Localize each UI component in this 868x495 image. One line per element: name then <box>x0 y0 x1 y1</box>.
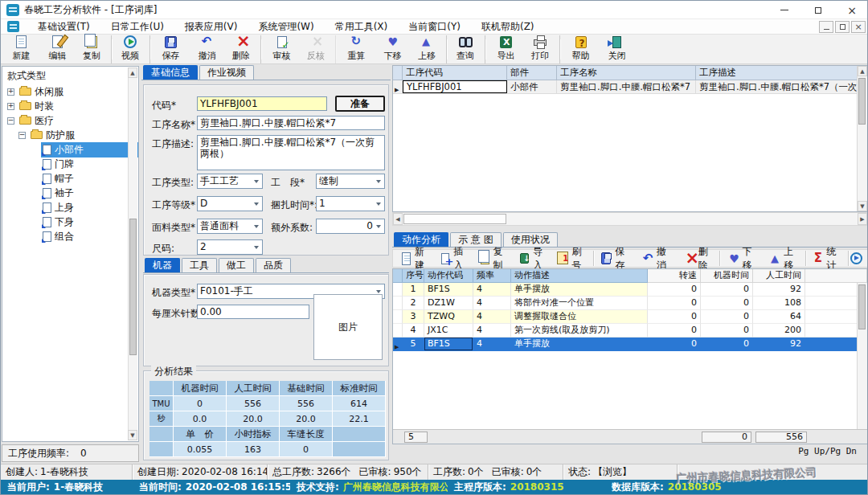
action-table-scrollbar[interactable] <box>857 283 867 431</box>
fabric-type-select[interactable]: 普通面料 <box>197 219 263 234</box>
action-toolbar-button[interactable]: 保存 <box>596 251 637 266</box>
toolbar-button[interactable]: 重算 <box>338 35 375 63</box>
col-header-seq[interactable]: 序号 <box>403 269 424 283</box>
mdi-restore-button[interactable] <box>835 21 850 33</box>
part-cell[interactable]: 小部件 <box>507 80 557 93</box>
process-table-hscrollbar[interactable]: ◀ ▶ <box>392 212 868 226</box>
tree-item[interactable]: 医疗 <box>2 113 138 128</box>
col-header-process-desc[interactable]: 工序描述 <box>696 66 867 80</box>
tree-item[interactable]: 门牌 <box>2 157 138 171</box>
action-toolbar-button[interactable]: 下移 <box>722 251 764 266</box>
toolbar-button[interactable]: 关闭 <box>599 35 635 63</box>
tree-item[interactable]: 防护服 <box>2 128 138 142</box>
action-toolbar-button[interactable]: 新建 <box>396 251 436 266</box>
bundle-time-select[interactable]: 1 <box>316 196 385 211</box>
detail-tab[interactable]: 基础信息 <box>143 65 198 80</box>
toolbar-button[interactable]: 反核 <box>300 35 336 63</box>
scroll-thumb[interactable] <box>858 78 866 125</box>
process-desc-input[interactable]: 剪里袖口.脚口.中腰.帽口松紧*7（一次剪两根） <box>197 135 385 170</box>
menu-item[interactable]: 系统管理(W) <box>248 19 324 35</box>
toolbar-button[interactable]: 新建 <box>3 35 39 63</box>
restore-button[interactable] <box>801 1 835 19</box>
tree-item[interactable]: 袖子 <box>2 186 138 200</box>
machine-sub-tab[interactable]: 机器 <box>145 258 180 272</box>
tree-scroll-thumb[interactable] <box>129 219 137 355</box>
size-select[interactable]: 2 <box>197 239 263 255</box>
scroll-up-icon[interactable]: ▲ <box>858 66 867 76</box>
action-toolbar-button[interactable]: 插入 <box>436 251 474 266</box>
ready-button[interactable]: 准备 <box>335 96 385 112</box>
action-toolbar-button[interactable]: 删除 <box>678 251 720 266</box>
picture-placeholder[interactable]: 图片 <box>313 294 383 360</box>
scroll-left-icon[interactable]: ◀ <box>393 213 403 225</box>
col-header-part[interactable]: 部件 <box>507 66 557 80</box>
mdi-close-button[interactable]: × <box>851 21 866 33</box>
toolbar-button[interactable]: 帮助 <box>563 35 599 63</box>
toolbar-button[interactable]: 打印 <box>524 35 560 63</box>
action-toolbar-button[interactable]: 刷号 <box>554 251 593 266</box>
col-header-process-name[interactable]: 工序名称 <box>557 66 696 80</box>
machine-sub-tab[interactable]: 品质 <box>256 258 291 272</box>
action-table-row[interactable]: 4 JX1C 4 第一次剪线(取及放剪刀) 0 0 200 <box>393 324 867 338</box>
process-name-cell[interactable]: 剪里袖口.脚口.中腰.帽口松紧*7 <box>557 80 696 93</box>
extra-factor-select[interactable]: 0 <box>316 219 385 234</box>
process-table-row[interactable]: YLFHFBJ001 小部件 剪里袖口.脚口.中腰.帽口松紧*7 剪里袖口.脚口… <box>393 80 867 94</box>
action-tab[interactable]: 使用状况 <box>503 232 558 247</box>
toolbar-button[interactable]: 删除 <box>225 35 261 63</box>
toolbar-button[interactable]: 保存 <box>153 35 189 63</box>
col-header-speed[interactable]: 转速 <box>648 269 701 283</box>
action-table-row[interactable]: 1 BF1S 4 单手摆放 0 0 92 <box>393 283 867 297</box>
play-video-button[interactable] <box>850 252 862 264</box>
tree-item[interactable]: 上身 <box>2 200 138 215</box>
tree-expander-icon[interactable] <box>7 117 14 125</box>
process-code-cell[interactable]: YLFHFBJ001 <box>403 80 507 93</box>
minimize-button[interactable] <box>768 1 801 19</box>
detail-tab[interactable]: 作业视频 <box>199 65 254 80</box>
col-header-process-code[interactable]: 工序代码 <box>403 66 507 80</box>
action-table-row[interactable]: 3 TZWQ 4 调整握取缝合位 0 0 64 <box>393 310 867 324</box>
tree-expander-icon[interactable] <box>7 103 14 110</box>
col-header-action-code[interactable]: 动作代码 <box>424 269 473 283</box>
toolbar-button[interactable]: 查询 <box>449 35 485 63</box>
toolbar-button[interactable]: 视频 <box>114 35 150 63</box>
action-table-row[interactable]: 5 BF1S 4 单手摆放 0 0 92 <box>393 338 867 351</box>
col-header-machine-time[interactable]: 机器时间 <box>701 269 753 283</box>
toolbar-button[interactable]: 上移 <box>411 35 447 63</box>
action-toolbar-button[interactable]: 导入 <box>514 251 554 266</box>
scroll-down-icon[interactable]: ▼ <box>858 201 867 211</box>
col-header-frequency[interactable]: 频率 <box>473 269 511 283</box>
menu-item[interactable]: 联机帮助(Z) <box>471 19 545 35</box>
process-name-input[interactable]: 剪里袖口.脚口.中腰.帽口松紧*7 <box>197 116 385 130</box>
menu-item[interactable]: 基础设置(T) <box>27 19 100 35</box>
tree-item[interactable]: 时装 <box>2 99 138 113</box>
machine-sub-tab[interactable]: 工具 <box>182 258 217 272</box>
toolbar-button[interactable]: 编辑 <box>39 35 76 63</box>
col-header-human-time[interactable]: 人工时间 <box>753 269 805 283</box>
menu-item[interactable]: 日常工作(U) <box>100 19 174 35</box>
scroll-thumb[interactable] <box>858 284 866 329</box>
action-toolbar-button[interactable]: 撤消 <box>637 251 678 266</box>
toolbar-button[interactable]: 撤消 <box>189 35 225 63</box>
machine-sub-tab[interactable]: 做工 <box>219 258 254 272</box>
stitch-density-input[interactable]: 0.00 <box>197 305 309 319</box>
toolbar-button[interactable]: 导出 <box>488 35 524 63</box>
hscroll-thumb[interactable] <box>403 214 506 224</box>
process-desc-cell[interactable]: 剪里袖口.脚口.中腰.帽口松紧*7（一次剪两根） <box>696 80 867 93</box>
action-table-row[interactable]: 2 DZ1W 4 将部件对准一个位置 0 0 108 <box>393 297 867 310</box>
action-toolbar-button[interactable]: 统计 <box>808 251 849 266</box>
toolbar-button[interactable]: 下移 <box>375 35 411 63</box>
tree-item[interactable]: 帽子 <box>2 171 138 186</box>
action-toolbar-button[interactable]: 复制 <box>475 251 514 266</box>
process-grade-select[interactable]: D <box>197 196 263 211</box>
col-header-action-desc[interactable]: 动作描述 <box>511 269 648 283</box>
process-type-select[interactable]: 手工工艺 <box>197 174 263 189</box>
mdi-minimize-button[interactable] <box>819 21 833 33</box>
scroll-right-icon[interactable]: ▶ <box>858 213 867 225</box>
toolbar-button[interactable]: 审核 <box>264 35 300 63</box>
tree-scrollbar[interactable]: ▲ ▼ <box>128 68 137 440</box>
work-section-select[interactable]: 缝制 <box>316 174 385 189</box>
code-input[interactable]: YLFHFBJ001 <box>197 96 327 111</box>
action-toolbar-button[interactable]: 上移 <box>764 251 806 266</box>
scroll-up-icon[interactable]: ▲ <box>128 68 137 78</box>
tree-item[interactable]: 组合 <box>2 229 138 243</box>
